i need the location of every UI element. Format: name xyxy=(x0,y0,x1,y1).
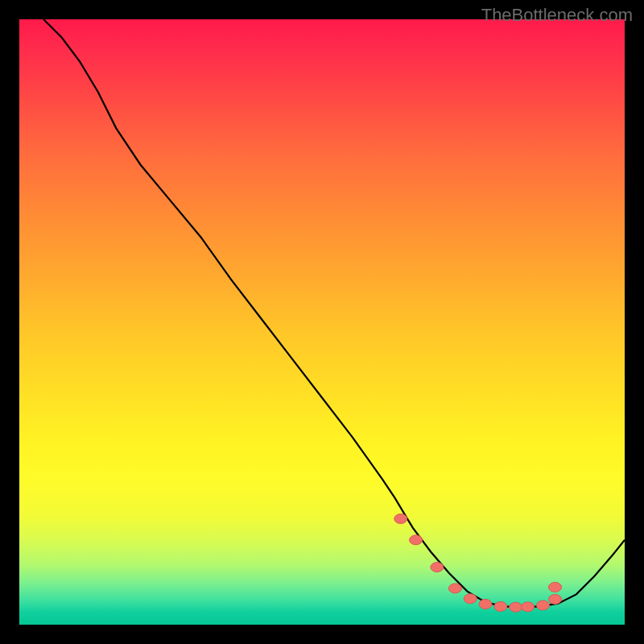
data-dot xyxy=(549,594,562,604)
data-dot xyxy=(431,563,444,572)
data-dot xyxy=(522,602,535,612)
plot-area xyxy=(19,19,625,625)
data-dot xyxy=(464,594,477,604)
data-dot xyxy=(410,535,423,545)
data-dot xyxy=(448,584,461,593)
data-dot xyxy=(549,582,562,592)
watermark-text: TheBottleneck.com xyxy=(481,5,633,26)
data-dot xyxy=(510,602,522,612)
data-dot xyxy=(394,514,407,523)
data-dot xyxy=(479,599,492,609)
data-dot xyxy=(494,601,507,611)
chart-svg xyxy=(19,19,625,625)
data-dot xyxy=(536,601,549,610)
bottleneck-curve xyxy=(43,19,625,607)
